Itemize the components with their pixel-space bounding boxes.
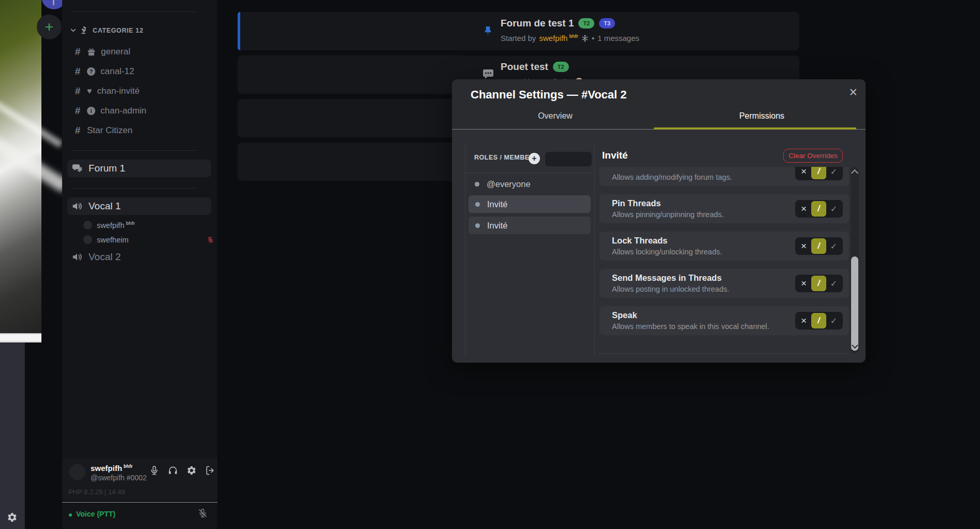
permission-desc: Allows posting in unlocked threads. (612, 285, 729, 293)
tag-badge: T3 (599, 18, 615, 28)
permission-desc: Allows pinning/unpinning threads. (612, 210, 724, 219)
sidebar-item-chan-invite[interactable]: # ♥ chan-invité (74, 85, 140, 97)
forum-post-card[interactable]: Forum de test 1 T2 T3 Started by swefpif… (238, 12, 799, 50)
info-icon: i (87, 107, 95, 115)
deny-button[interactable]: × (796, 201, 811, 217)
mic-icon[interactable] (149, 465, 159, 476)
photo-window-bottom-bar (0, 333, 41, 342)
sidebar-divider (71, 188, 196, 189)
left-app-rail (0, 342, 25, 529)
active-tab-underline (654, 127, 856, 130)
sidebar-divider (71, 150, 196, 151)
deny-button[interactable]: × (796, 238, 811, 254)
user-name: swefpifhbhfr (91, 464, 133, 473)
permission-name: Send Messages in Threads (612, 273, 722, 283)
permission-toggle: × / ✓ (795, 312, 843, 330)
permission-desc: Allows adding/modifying forum tags. (612, 173, 732, 181)
gear-icon[interactable] (7, 512, 18, 523)
category-label: CATEGORIE 12 (93, 27, 143, 34)
forum-channel-name: Forum 1 (89, 163, 125, 174)
starter-name: swefpifhbhfr (539, 34, 578, 42)
role-dot (475, 223, 480, 228)
sidebar-item-star-citizen[interactable]: # Star Citizen (74, 125, 133, 136)
mic-slash-icon[interactable] (198, 508, 208, 518)
logout-icon[interactable] (205, 465, 215, 476)
roles-panel-border (465, 144, 465, 356)
avatar (83, 221, 92, 230)
permission-toggle: × / ✓ (795, 275, 843, 292)
neutral-button[interactable]: / (811, 276, 826, 291)
headphones-icon[interactable] (168, 465, 178, 476)
neutral-button[interactable]: / (811, 201, 826, 217)
channel-name: canal-12 (100, 66, 134, 77)
role-item-invite-selected[interactable]: Invité (469, 195, 591, 213)
gavel-icon (81, 26, 89, 34)
allow-button[interactable]: ✓ (826, 167, 841, 179)
divider (62, 502, 217, 503)
heart-icon: ♥ (87, 87, 92, 95)
permission-toggle: × / ✓ (795, 167, 843, 180)
category-header[interactable]: CATEGORIE 12 (70, 26, 143, 34)
sidebar-item-canal-12[interactable]: # ? canal-12 (74, 66, 134, 77)
server-avatar-mark (53, 0, 54, 5)
channel-sidebar: CATEGORIE 12 # general # ? canal-12 # ♥ … (62, 0, 217, 529)
plus-icon: + (45, 19, 53, 35)
voice-member-swefheim[interactable]: swefheim (83, 235, 213, 244)
pin-icon (482, 24, 494, 38)
close-icon[interactable]: × (849, 85, 857, 99)
allow-button[interactable]: ✓ (826, 276, 841, 291)
allow-button[interactable]: ✓ (826, 313, 841, 328)
version-clock-text: PHP 8.2.29 | 14:49 (68, 488, 125, 496)
sidebar-divider (71, 11, 196, 12)
gift-icon (87, 48, 96, 56)
neutral-button[interactable]: / (811, 167, 826, 179)
deny-button[interactable]: × (796, 167, 811, 179)
sidebar-item-chan-admin[interactable]: # i chan-admin (74, 105, 147, 117)
permissions-scroll-area: Allows adding/modifying forum tags. × / … (599, 167, 849, 354)
hash-icon: # (74, 66, 82, 77)
roles-header-divider (465, 173, 594, 173)
add-role-button[interactable]: + (529, 153, 540, 164)
role-item-everyone[interactable]: @everyone (475, 179, 531, 189)
screen: + CATEGORIE 12 # general # ? canal-12 # … (0, 0, 980, 529)
allow-button[interactable]: ✓ (826, 201, 841, 217)
chat-bubbles-icon (71, 163, 83, 174)
pinned-indicator (238, 12, 240, 50)
channel-name: general (101, 47, 130, 57)
post-title: Forum de test 1 (501, 18, 574, 29)
deny-button[interactable]: × (796, 313, 811, 328)
permission-desc: Allows locking/unlocking threads. (612, 248, 722, 256)
neutral-button[interactable]: / (811, 313, 826, 328)
deny-button[interactable]: × (796, 276, 811, 291)
clear-overrides-button[interactable]: Clear Overrides (783, 149, 843, 163)
scroll-up-icon[interactable] (851, 169, 858, 177)
plus-icon: + (532, 154, 536, 163)
channel-name: chan-admin (100, 106, 147, 116)
tab-permissions[interactable]: Permissions (659, 111, 865, 121)
role-name: Invité (487, 221, 507, 231)
neutral-button[interactable]: / (811, 238, 826, 254)
voice-member-swefpifh[interactable]: swefpifhbhfr (83, 221, 135, 230)
speaker-icon (71, 251, 83, 263)
sidebar-item-general[interactable]: # general (74, 46, 130, 58)
scrollbar-thumb[interactable] (851, 256, 858, 351)
tab-overview[interactable]: Overview (452, 111, 659, 121)
role-item-invite[interactable]: Invité (469, 217, 591, 234)
question-icon: ? (87, 67, 95, 76)
permission-row-clipped: Allows adding/modifying forum tags. × / … (599, 167, 849, 186)
role-search-input[interactable] (545, 152, 592, 166)
sidebar-item-forum-1[interactable]: Forum 1 (67, 160, 211, 177)
allow-button[interactable]: ✓ (826, 238, 841, 254)
scroll-down-icon[interactable] (852, 342, 858, 349)
photo-streak (0, 98, 63, 148)
gear-icon[interactable] (186, 465, 197, 476)
vocal-channel-name: Vocal 1 (89, 201, 121, 212)
avatar[interactable] (69, 464, 85, 480)
permissions-scrollbar[interactable] (851, 167, 859, 353)
voice-status-dot (69, 513, 72, 517)
add-server-button[interactable]: + (37, 15, 62, 39)
sidebar-item-vocal-1[interactable]: Vocal 1 (67, 197, 211, 215)
channel-name: chan-invité (97, 86, 140, 96)
mic-slash-icon (207, 236, 214, 243)
sidebar-item-vocal-2[interactable]: Vocal 2 (71, 251, 121, 263)
